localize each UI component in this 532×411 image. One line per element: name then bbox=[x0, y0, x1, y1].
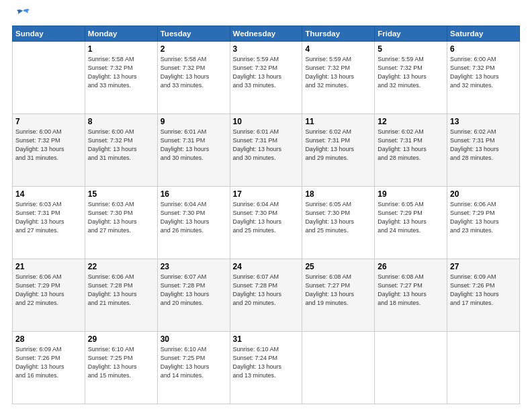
day-number: 9 bbox=[161, 117, 227, 126]
calendar-cell: 27Sunrise: 6:09 AMSunset: 7:26 PMDayligh… bbox=[447, 259, 520, 332]
day-info: Sunrise: 5:59 AMSunset: 7:32 PMDaylight:… bbox=[233, 55, 300, 90]
day-info: Sunrise: 6:10 AMSunset: 7:24 PMDaylight:… bbox=[233, 345, 300, 380]
calendar-cell: 5Sunrise: 5:59 AMSunset: 7:32 PMDaylight… bbox=[375, 42, 447, 114]
calendar-cell: 11Sunrise: 6:02 AMSunset: 7:31 PMDayligh… bbox=[302, 114, 375, 187]
calendar-cell: 25Sunrise: 6:08 AMSunset: 7:27 PMDayligh… bbox=[302, 259, 375, 332]
day-info: Sunrise: 5:59 AMSunset: 7:32 PMDaylight:… bbox=[305, 55, 371, 90]
calendar-table: SundayMondayTuesdayWednesdayThursdayFrid… bbox=[12, 26, 520, 404]
day-number: 24 bbox=[233, 262, 300, 271]
day-info: Sunrise: 6:06 AMSunset: 7:29 PMDaylight:… bbox=[15, 273, 82, 308]
day-number: 22 bbox=[88, 262, 154, 271]
calendar-cell: 15Sunrise: 6:03 AMSunset: 7:30 PMDayligh… bbox=[85, 187, 157, 259]
day-info: Sunrise: 5:58 AMSunset: 7:32 PMDaylight:… bbox=[88, 55, 154, 90]
day-info: Sunrise: 6:02 AMSunset: 7:31 PMDaylight:… bbox=[305, 128, 371, 163]
calendar-cell: 28Sunrise: 6:09 AMSunset: 7:26 PMDayligh… bbox=[13, 332, 85, 404]
calendar-cell: 12Sunrise: 6:02 AMSunset: 7:31 PMDayligh… bbox=[375, 114, 447, 187]
calendar-cell: 22Sunrise: 6:06 AMSunset: 7:28 PMDayligh… bbox=[85, 259, 157, 332]
calendar-cell: 19Sunrise: 6:05 AMSunset: 7:29 PMDayligh… bbox=[375, 187, 447, 259]
calendar-cell: 29Sunrise: 6:10 AMSunset: 7:25 PMDayligh… bbox=[85, 332, 157, 404]
day-number: 6 bbox=[450, 44, 517, 54]
day-number: 3 bbox=[233, 44, 300, 54]
day-info: Sunrise: 6:05 AMSunset: 7:29 PMDaylight:… bbox=[378, 200, 444, 235]
day-info: Sunrise: 6:09 AMSunset: 7:26 PMDaylight:… bbox=[450, 273, 517, 308]
calendar-cell: 26Sunrise: 6:08 AMSunset: 7:27 PMDayligh… bbox=[375, 259, 447, 332]
day-number: 4 bbox=[305, 44, 371, 54]
day-info: Sunrise: 6:05 AMSunset: 7:30 PMDaylight:… bbox=[305, 200, 371, 235]
day-info: Sunrise: 6:07 AMSunset: 7:28 PMDaylight:… bbox=[233, 273, 300, 308]
calendar-cell: 14Sunrise: 6:03 AMSunset: 7:31 PMDayligh… bbox=[13, 187, 85, 259]
day-header-monday: Monday bbox=[85, 26, 157, 42]
day-info: Sunrise: 6:03 AMSunset: 7:31 PMDaylight:… bbox=[15, 200, 82, 235]
calendar-cell: 24Sunrise: 6:07 AMSunset: 7:28 PMDayligh… bbox=[230, 259, 302, 332]
week-row-3: 14Sunrise: 6:03 AMSunset: 7:31 PMDayligh… bbox=[13, 187, 520, 259]
day-number: 18 bbox=[305, 189, 371, 199]
day-number: 30 bbox=[161, 334, 227, 344]
calendar-cell: 6Sunrise: 6:00 AMSunset: 7:32 PMDaylight… bbox=[447, 42, 520, 114]
day-number: 17 bbox=[233, 189, 300, 199]
day-info: Sunrise: 6:08 AMSunset: 7:27 PMDaylight:… bbox=[378, 273, 444, 308]
page: SundayMondayTuesdayWednesdayThursdayFrid… bbox=[0, 0, 532, 411]
calendar-cell: 18Sunrise: 6:05 AMSunset: 7:30 PMDayligh… bbox=[302, 187, 375, 259]
day-number: 14 bbox=[15, 189, 82, 199]
day-info: Sunrise: 6:07 AMSunset: 7:28 PMDaylight:… bbox=[161, 273, 227, 308]
calendar-cell: 21Sunrise: 6:06 AMSunset: 7:29 PMDayligh… bbox=[13, 259, 85, 332]
calendar-cell bbox=[447, 332, 520, 404]
day-number: 31 bbox=[233, 334, 300, 344]
day-header-tuesday: Tuesday bbox=[157, 26, 230, 42]
calendar-cell bbox=[13, 42, 85, 114]
day-number: 10 bbox=[233, 117, 300, 126]
day-header-wednesday: Wednesday bbox=[230, 26, 302, 42]
day-info: Sunrise: 6:10 AMSunset: 7:25 PMDaylight:… bbox=[161, 345, 227, 380]
day-number: 13 bbox=[450, 117, 517, 126]
day-number: 16 bbox=[161, 189, 227, 199]
calendar-cell: 7Sunrise: 6:00 AMSunset: 7:32 PMDaylight… bbox=[13, 114, 85, 187]
calendar-cell: 16Sunrise: 6:04 AMSunset: 7:30 PMDayligh… bbox=[157, 187, 230, 259]
calendar-header-row: SundayMondayTuesdayWednesdayThursdayFrid… bbox=[13, 26, 520, 42]
day-info: Sunrise: 6:02 AMSunset: 7:31 PMDaylight:… bbox=[450, 128, 517, 163]
day-number: 11 bbox=[305, 117, 371, 126]
day-info: Sunrise: 6:00 AMSunset: 7:32 PMDaylight:… bbox=[15, 128, 82, 163]
week-row-2: 7Sunrise: 6:00 AMSunset: 7:32 PMDaylight… bbox=[13, 114, 520, 187]
day-info: Sunrise: 6:03 AMSunset: 7:30 PMDaylight:… bbox=[88, 200, 154, 235]
week-row-1: 1Sunrise: 5:58 AMSunset: 7:32 PMDaylight… bbox=[13, 42, 520, 114]
day-number: 7 bbox=[15, 117, 82, 126]
day-info: Sunrise: 6:09 AMSunset: 7:26 PMDaylight:… bbox=[15, 345, 82, 380]
day-number: 23 bbox=[161, 262, 227, 271]
day-number: 27 bbox=[450, 262, 517, 271]
day-number: 1 bbox=[88, 44, 154, 54]
calendar-cell: 13Sunrise: 6:02 AMSunset: 7:31 PMDayligh… bbox=[447, 114, 520, 187]
calendar-cell bbox=[375, 332, 447, 404]
day-number: 12 bbox=[378, 117, 444, 126]
day-header-sunday: Sunday bbox=[13, 26, 85, 42]
calendar-cell: 2Sunrise: 5:58 AMSunset: 7:32 PMDaylight… bbox=[157, 42, 230, 114]
day-header-saturday: Saturday bbox=[447, 26, 520, 42]
day-info: Sunrise: 6:06 AMSunset: 7:28 PMDaylight:… bbox=[88, 273, 154, 308]
day-number: 2 bbox=[161, 44, 227, 54]
day-number: 25 bbox=[305, 262, 371, 271]
logo bbox=[12, 12, 32, 20]
calendar-cell: 31Sunrise: 6:10 AMSunset: 7:24 PMDayligh… bbox=[230, 332, 302, 404]
header bbox=[12, 12, 520, 20]
day-info: Sunrise: 6:00 AMSunset: 7:32 PMDaylight:… bbox=[450, 55, 517, 90]
calendar-cell: 4Sunrise: 5:59 AMSunset: 7:32 PMDaylight… bbox=[302, 42, 375, 114]
logo-bird-icon bbox=[13, 8, 32, 20]
calendar-cell: 3Sunrise: 5:59 AMSunset: 7:32 PMDaylight… bbox=[230, 42, 302, 114]
day-header-thursday: Thursday bbox=[302, 26, 375, 42]
day-info: Sunrise: 6:04 AMSunset: 7:30 PMDaylight:… bbox=[161, 200, 227, 235]
day-number: 20 bbox=[450, 189, 517, 199]
day-number: 28 bbox=[15, 334, 82, 344]
day-info: Sunrise: 6:00 AMSunset: 7:32 PMDaylight:… bbox=[88, 128, 154, 163]
week-row-4: 21Sunrise: 6:06 AMSunset: 7:29 PMDayligh… bbox=[13, 259, 520, 332]
day-number: 5 bbox=[378, 44, 444, 54]
day-number: 15 bbox=[88, 189, 154, 199]
calendar-cell: 8Sunrise: 6:00 AMSunset: 7:32 PMDaylight… bbox=[85, 114, 157, 187]
day-info: Sunrise: 6:08 AMSunset: 7:27 PMDaylight:… bbox=[305, 273, 371, 308]
day-number: 8 bbox=[88, 117, 154, 126]
day-header-friday: Friday bbox=[375, 26, 447, 42]
calendar-cell: 10Sunrise: 6:01 AMSunset: 7:31 PMDayligh… bbox=[230, 114, 302, 187]
day-number: 26 bbox=[378, 262, 444, 271]
calendar-cell: 30Sunrise: 6:10 AMSunset: 7:25 PMDayligh… bbox=[157, 332, 230, 404]
day-number: 21 bbox=[15, 262, 82, 271]
day-info: Sunrise: 6:01 AMSunset: 7:31 PMDaylight:… bbox=[233, 128, 300, 163]
day-info: Sunrise: 6:10 AMSunset: 7:25 PMDaylight:… bbox=[88, 345, 154, 380]
